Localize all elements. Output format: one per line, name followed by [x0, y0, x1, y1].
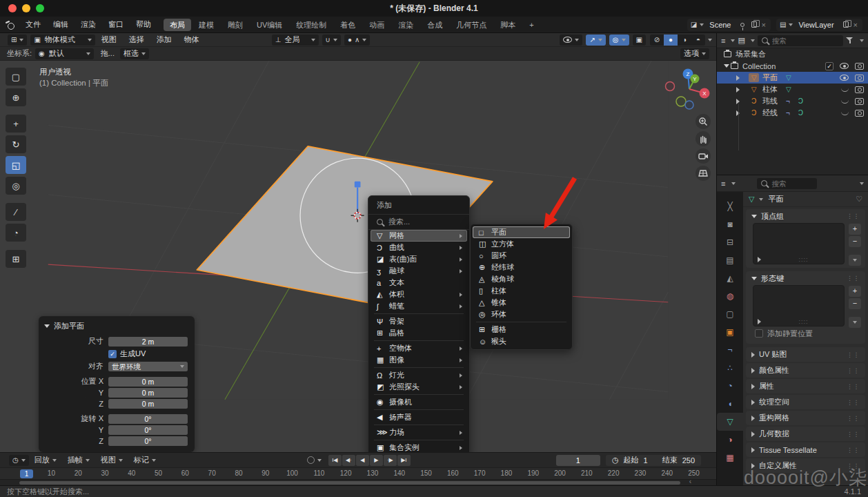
list-resize-grip[interactable]: :::: [799, 256, 809, 263]
material-shading-button[interactable]: ◑ [678, 35, 691, 46]
properties-tab[interactable]: ◙ [717, 215, 743, 233]
panel-grip-icon[interactable]: ⋮⋮ [847, 415, 860, 422]
submenu-item[interactable]: ⊕ 经纬球 [473, 262, 570, 273]
overlays-toggle[interactable]: ◎ [609, 35, 629, 46]
ortho-toggle-button[interactable] [696, 166, 711, 181]
menu-item[interactable]: ▽ 网格 [371, 230, 467, 242]
xray-toggle[interactable]: ▣ [633, 35, 646, 46]
properties-tab[interactable]: ▦ [717, 449, 743, 467]
properties-search-input[interactable] [771, 179, 813, 188]
panel-grip-icon[interactable]: ⋮⋮ [847, 447, 860, 454]
viewlayer-selector[interactable]: ▤ ViewLayer × [776, 19, 862, 31]
collapsed-panel-header[interactable]: 属性 ⋮⋮ [746, 379, 865, 393]
panel-grip-icon[interactable]: ⋮⋮ [847, 399, 860, 406]
current-frame-marker[interactable]: 1 [20, 469, 33, 478]
collection-checkbox[interactable]: ✓ [825, 62, 834, 70]
playback-button[interactable]: ▶I [397, 455, 411, 466]
list-expand-icon[interactable] [758, 257, 761, 262]
generate-uv-checkbox[interactable]: ✓ [108, 350, 117, 358]
toolbar-tool-button[interactable]: ∕ [6, 203, 26, 221]
toolbar-tool-button[interactable]: ⊕ [6, 88, 26, 106]
align-dropdown[interactable]: 世界环境 [108, 362, 188, 371]
outliner-object-row[interactable]: Ɔ 玮线 ¬ Ɔ [717, 95, 868, 107]
auto-keying-toggle[interactable] [307, 456, 315, 464]
collapsed-panel-header[interactable]: 颜色属性 ⋮⋮ [746, 363, 865, 378]
menu-item[interactable]: + 空物体 [371, 342, 467, 354]
panel-grip-icon[interactable]: ⋮⋮ [847, 462, 860, 469]
menu-item[interactable]: Ω 灯光 [371, 369, 467, 381]
solid-shading-button[interactable]: ● [664, 35, 678, 46]
vertex-groups-list[interactable]: :::: [753, 223, 845, 264]
specials-menu-button[interactable] [849, 255, 861, 266]
viewport-3d[interactable]: 用户透视 (1) Collection | 平面 ▢ ⊕ + [0, 61, 716, 452]
scene-selector[interactable]: ◪ Scene × [687, 19, 771, 31]
toolbar-tool-button[interactable]: ↻ [6, 135, 26, 153]
properties-tab[interactable]: ▣ [717, 323, 743, 341]
remove-item-button[interactable]: − [849, 236, 861, 247]
properties-tab[interactable]: ¬ [717, 341, 743, 359]
add-item-button[interactable]: + [849, 224, 861, 235]
workspace-tab[interactable]: 几何节点 [450, 19, 493, 31]
outliner-search[interactable] [758, 35, 843, 46]
select-mode-dropdown[interactable]: 框选 [120, 48, 149, 59]
topbar-menu[interactable]: 文件 [19, 17, 47, 32]
display-mode-icon[interactable]: ≡ [721, 37, 725, 45]
operator-panel[interactable]: 添加平面 尺寸 2 m ✓ 生成UV 对齐 世界环境 [39, 316, 195, 452]
playback-button[interactable]: ◀ [356, 455, 369, 466]
collapsed-panel-header[interactable]: 纹理空间 ⋮⋮ [746, 395, 865, 409]
collection-row[interactable]: Collection ✓ [717, 60, 868, 72]
remove-item-button[interactable]: − [849, 298, 861, 309]
submenu-item[interactable]: ▯ 柱体 [473, 285, 570, 297]
timeline-menu[interactable]: 标记 [128, 455, 161, 465]
menu-item[interactable]: ◪ 表(曲)面 [371, 253, 467, 265]
timeline-ruler[interactable]: 1 10203040506070809010011012013014015016… [0, 467, 716, 479]
properties-editor-icon[interactable]: ≡ [721, 179, 725, 188]
chevron-down-icon[interactable] [860, 182, 864, 185]
menu-item[interactable]: Ψ 骨架 [371, 315, 467, 327]
toolbar-tool-button[interactable]: ▢ [6, 68, 26, 86]
properties-tab[interactable]: ▢ [717, 305, 743, 323]
properties-tab[interactable]: ⊟ [717, 233, 743, 251]
navigation-gizmo[interactable]: Z Y X [655, 64, 716, 112]
hide-toggle-icon[interactable] [841, 99, 849, 104]
camera-visibility-icon[interactable] [855, 98, 864, 105]
properties-tab[interactable]: ◔ [717, 377, 743, 395]
hide-toggle-icon[interactable] [841, 88, 849, 92]
expand-arrow-icon[interactable] [736, 110, 744, 116]
mode-dropdown[interactable]: ▣ 物体模式 [30, 35, 95, 46]
topbar-menu[interactable]: 编辑 [47, 17, 75, 32]
viewport-menu[interactable]: 物体 [178, 35, 206, 45]
wireframe-shading-button[interactable]: ⊘ [650, 35, 664, 46]
submenu-item[interactable]: ◬ 棱角球 [473, 273, 570, 285]
workspace-tab[interactable]: 着色 [334, 19, 362, 31]
toolbar-tool-button[interactable]: ◎ [6, 177, 26, 195]
snap-dropdown[interactable]: ∪ [322, 35, 341, 46]
visibility-dropdown[interactable] [560, 35, 582, 46]
menu-search-item[interactable]: 搜索... [368, 215, 469, 230]
toolbar-tool-button[interactable]: ◔ [6, 224, 26, 242]
rotation-field[interactable]: 0° [108, 414, 188, 424]
zoom-window-button[interactable] [36, 4, 44, 12]
end-frame-field[interactable]: 250 [682, 456, 695, 465]
menu-item[interactable]: ◀ 扬声器 [371, 411, 467, 423]
collapse-icon[interactable] [44, 324, 50, 328]
expand-arrow-icon[interactable] [736, 75, 744, 81]
location-field[interactable]: 0 m [108, 388, 188, 398]
workspace-tab[interactable]: 动画 [363, 19, 391, 31]
collapsed-panel-header[interactable]: UV 贴图 ⋮⋮ [746, 347, 865, 362]
menu-item[interactable]: Ɔ 曲线 [371, 242, 467, 253]
axis-z-neg[interactable] [685, 101, 693, 109]
camera-visibility-icon[interactable] [855, 86, 864, 93]
specials-menu-button[interactable] [849, 317, 861, 328]
viewport-menu[interactable]: 添加 [150, 35, 178, 45]
submenu-item[interactable]: ◫ 立方体 [473, 238, 570, 250]
playback-button[interactable]: ▶ [370, 455, 383, 466]
panel-grip-icon[interactable]: ⋮⋮ [847, 275, 860, 282]
timeline-editor-type-button[interactable]: ◷ [9, 455, 29, 466]
toolbar-tool-button[interactable]: + [6, 115, 26, 133]
blender-logo-icon[interactable] [6, 20, 15, 30]
topbar-menu[interactable]: 窗口 [102, 17, 130, 32]
collapsed-panel-header[interactable]: Tissue Tessellate ⋮⋮ [746, 442, 865, 457]
timeline-menu[interactable]: 视图 [95, 455, 128, 465]
panel-grip-icon[interactable]: ⋮⋮ [847, 351, 860, 358]
